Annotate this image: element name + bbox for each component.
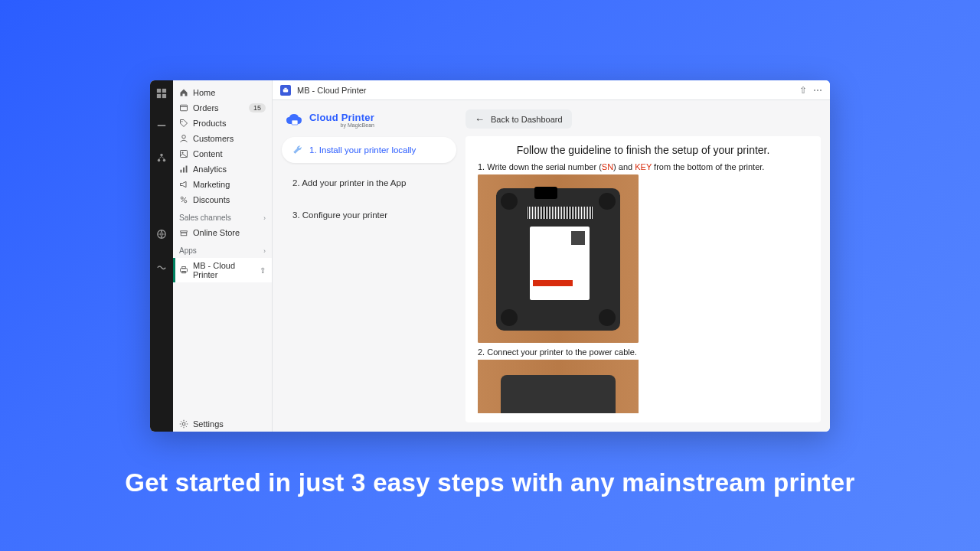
svg-point-11 bbox=[182, 135, 186, 139]
analytics-icon bbox=[179, 165, 188, 174]
pin-app-icon[interactable]: ⇧ bbox=[799, 85, 807, 96]
svg-rect-4 bbox=[158, 125, 166, 126]
step-label: 1. Install your printer locally bbox=[309, 145, 416, 155]
step-2[interactable]: 2. Add your printer in the App bbox=[282, 171, 456, 195]
topbar-title: MB - Cloud Printer bbox=[297, 86, 366, 95]
sidebar-item-products[interactable]: Products bbox=[173, 116, 272, 131]
rail-icon-4[interactable] bbox=[156, 229, 167, 240]
svg-point-18 bbox=[185, 201, 187, 203]
sidebar-item-label: MB - Cloud Printer bbox=[193, 261, 255, 279]
sidebar-item-label: Discounts bbox=[193, 195, 230, 204]
wrench-icon bbox=[292, 145, 303, 155]
more-icon[interactable]: ⋯ bbox=[813, 85, 822, 96]
svg-point-13 bbox=[181, 152, 183, 153]
chevron-right-icon: › bbox=[263, 247, 266, 255]
back-label: Back to Dashboard bbox=[491, 115, 563, 124]
printer-power-photo bbox=[478, 360, 639, 413]
svg-rect-24 bbox=[283, 89, 288, 92]
sidebar-item-discounts[interactable]: Discounts bbox=[173, 192, 272, 207]
step-label: 2. Add your printer in the App bbox=[292, 178, 406, 187]
sidebar-item-settings[interactable]: Settings bbox=[173, 416, 272, 432]
svg-rect-25 bbox=[284, 87, 286, 89]
svg-point-5 bbox=[160, 154, 163, 157]
sidebar-item-label: Analytics bbox=[193, 165, 227, 174]
sidebar-item-orders[interactable]: Orders 15 bbox=[173, 100, 272, 116]
sidebar-item-label: Products bbox=[193, 119, 226, 128]
sidebar-item-analytics[interactable]: Analytics bbox=[173, 161, 272, 177]
pin-icon[interactable]: ⇧ bbox=[260, 266, 266, 275]
brand-subtitle: by MagicBean bbox=[309, 122, 374, 128]
sidebar-section-apps[interactable]: Apps › bbox=[173, 240, 272, 258]
steps-column: Cloud Printer by MagicBean 1. Install yo… bbox=[282, 109, 456, 422]
rail-icon-3[interactable] bbox=[156, 152, 167, 163]
svg-point-7 bbox=[163, 159, 166, 162]
topbar: MB - Cloud Printer ⇧ ⋯ bbox=[273, 80, 830, 100]
guide-heading: Follow the guideline to finish the setup… bbox=[478, 144, 808, 156]
sidebar-item-home[interactable]: Home bbox=[173, 85, 272, 100]
guide-panel: Follow the guideline to finish the setup… bbox=[466, 136, 821, 422]
svg-rect-14 bbox=[181, 170, 182, 173]
svg-rect-15 bbox=[183, 168, 185, 173]
svg-rect-16 bbox=[186, 166, 188, 173]
orders-badge: 15 bbox=[249, 103, 266, 112]
svg-rect-26 bbox=[292, 120, 298, 125]
products-icon bbox=[179, 119, 188, 128]
svg-point-6 bbox=[158, 159, 161, 162]
svg-rect-19 bbox=[181, 233, 187, 236]
svg-rect-2 bbox=[157, 94, 161, 98]
sidebar-item-customers[interactable]: Customers bbox=[173, 131, 272, 146]
discounts-icon bbox=[179, 195, 188, 204]
printer-bottom-photo bbox=[478, 174, 639, 343]
gear-icon bbox=[179, 419, 188, 429]
svg-rect-3 bbox=[162, 94, 166, 98]
step-3[interactable]: 3. Configure your printer bbox=[282, 203, 456, 227]
store-icon bbox=[179, 228, 188, 237]
guide-step-2: 2. Connect your printer to the power cab… bbox=[478, 347, 808, 357]
brand-title: Cloud Printer bbox=[309, 112, 374, 122]
rail-icon-2[interactable] bbox=[156, 120, 167, 131]
dashboard-icon[interactable] bbox=[156, 88, 167, 99]
sidebar-item-label: Marketing bbox=[193, 180, 230, 189]
app-window: Home Orders 15 Products Customers Conten… bbox=[150, 80, 830, 432]
cloud-icon bbox=[285, 113, 305, 127]
brand: Cloud Printer by MagicBean bbox=[282, 109, 456, 129]
main-area: MB - Cloud Printer ⇧ ⋯ Cloud Printer by … bbox=[273, 80, 830, 432]
sidebar-item-content[interactable]: Content bbox=[173, 146, 272, 161]
content: Cloud Printer by MagicBean 1. Install yo… bbox=[273, 100, 830, 432]
home-icon bbox=[179, 88, 188, 97]
sidebar-item-cloud-printer-app[interactable]: MB - Cloud Printer ⇧ bbox=[173, 258, 272, 282]
sidebar-item-online-store[interactable]: Online Store bbox=[173, 225, 272, 240]
svg-point-17 bbox=[181, 197, 183, 199]
svg-rect-1 bbox=[162, 89, 166, 93]
printer-app-icon bbox=[179, 266, 188, 275]
sidebar-item-label: Home bbox=[193, 88, 215, 97]
back-to-dashboard-button[interactable]: ← Back to Dashboard bbox=[466, 109, 572, 129]
content-icon bbox=[179, 149, 188, 158]
guide-step-1: 1. Write down the serial number (SN) and… bbox=[478, 162, 808, 171]
sidebar: Home Orders 15 Products Customers Conten… bbox=[173, 80, 273, 432]
sidebar-section-sales-channels[interactable]: Sales channels › bbox=[173, 207, 272, 225]
rail-icon-5[interactable] bbox=[156, 261, 167, 272]
svg-rect-21 bbox=[182, 267, 186, 269]
svg-rect-0 bbox=[157, 89, 161, 93]
sidebar-item-marketing[interactable]: Marketing bbox=[173, 177, 272, 192]
sidebar-item-label: Orders bbox=[193, 103, 219, 112]
arrow-left-icon: ← bbox=[475, 114, 485, 124]
guide-column: ← Back to Dashboard Follow the guideline… bbox=[466, 109, 821, 422]
svg-point-23 bbox=[182, 422, 185, 425]
svg-point-10 bbox=[181, 121, 183, 122]
app-logo-icon bbox=[280, 85, 291, 96]
sidebar-item-label: Settings bbox=[193, 419, 224, 429]
step-label: 3. Configure your printer bbox=[292, 210, 387, 220]
admin-rail bbox=[150, 80, 173, 432]
marketing-icon bbox=[179, 180, 188, 189]
orders-icon bbox=[179, 103, 188, 112]
customers-icon bbox=[179, 134, 188, 143]
svg-rect-9 bbox=[181, 105, 188, 111]
sidebar-item-label: Online Store bbox=[193, 228, 240, 237]
sidebar-item-label: Customers bbox=[193, 134, 234, 143]
chevron-right-icon: › bbox=[263, 214, 266, 222]
hero-caption: Get started in just 3 easy steps with an… bbox=[0, 468, 980, 497]
step-1[interactable]: 1. Install your printer locally bbox=[282, 137, 456, 163]
sidebar-item-label: Content bbox=[193, 149, 223, 158]
